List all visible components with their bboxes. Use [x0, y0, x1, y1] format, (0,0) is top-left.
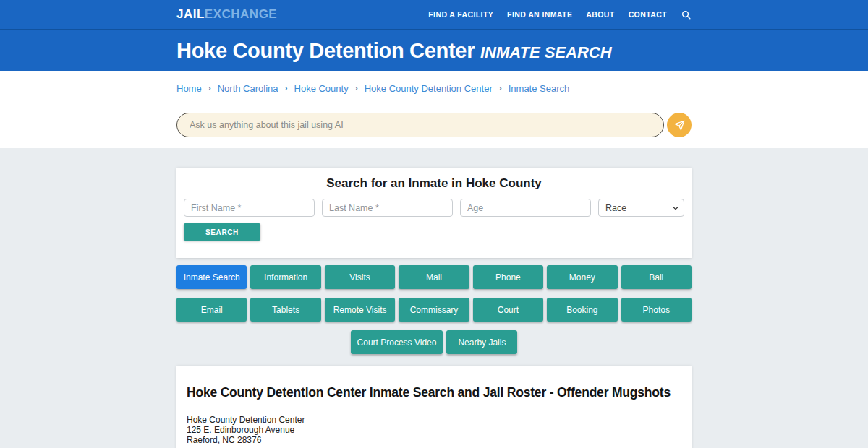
nav-item-find-a-facility[interactable]: FIND A FACILITY	[428, 10, 493, 19]
tab-remote-visits[interactable]: Remote Visits	[325, 298, 395, 322]
tab-information[interactable]: Information	[250, 265, 320, 289]
tab-visits[interactable]: Visits	[325, 265, 395, 289]
breadcrumb-county[interactable]: Hoke County	[294, 83, 349, 94]
tab-phone[interactable]: Phone	[473, 265, 543, 289]
content-heading: Hoke County Detention Center Inmate Sear…	[187, 385, 681, 400]
paper-plane-icon	[674, 120, 685, 131]
tab-tablets[interactable]: Tablets	[250, 298, 320, 322]
tab-money[interactable]: Money	[547, 265, 617, 289]
nav-menu: FIND A FACILITY FIND AN INMATE ABOUT CON…	[428, 9, 692, 20]
chevron-right-icon: ›	[285, 83, 288, 93]
page-header: Hoke County Detention Center INMATE SEAR…	[0, 29, 868, 71]
logo-exchange-text: EXCHANGE	[205, 7, 277, 21]
nav-item-find-an-inmate[interactable]: FIND AN INMATE	[507, 10, 572, 19]
breadcrumb-state[interactable]: North Carolina	[218, 83, 278, 94]
logo-jail-text: JAIL	[176, 7, 205, 21]
breadcrumb-ai-band: Home › North Carolina › Hoke County › Ho…	[0, 71, 868, 148]
search-submit-button[interactable]: SEARCH	[184, 223, 260, 241]
page-title-facility: Hoke County Detention Center	[176, 39, 475, 62]
facility-name: Hoke County Detention Center	[187, 415, 681, 425]
race-select-wrap: Race	[598, 199, 684, 217]
tab-inmate-search[interactable]: Inmate Search	[176, 265, 247, 289]
tab-nearby-jails[interactable]: Nearby Jails	[446, 330, 517, 354]
tab-photos[interactable]: Photos	[621, 298, 692, 322]
top-navbar: JAILEXCHANGE FIND A FACILITY FIND AN INM…	[0, 0, 868, 29]
jailexchange-logo[interactable]: JAILEXCHANGE	[176, 7, 277, 22]
breadcrumb-current: Inmate Search	[509, 83, 570, 94]
tab-booking[interactable]: Booking	[547, 298, 617, 322]
main-content: Search for an Inmate in Hoke County Race…	[0, 148, 868, 448]
nav-item-about[interactable]: ABOUT	[586, 10, 614, 19]
tab-email[interactable]: Email	[176, 298, 247, 322]
facility-info-card: Hoke County Detention Center Inmate Sear…	[176, 366, 692, 448]
first-name-field[interactable]	[184, 199, 315, 217]
search-icon[interactable]	[681, 9, 692, 20]
facility-address: 125 E. Edinborough Avenue	[187, 425, 681, 435]
chevron-right-icon: ›	[355, 83, 358, 93]
breadcrumb-facility[interactable]: Hoke County Detention Center	[365, 83, 493, 94]
race-select[interactable]: Race	[598, 199, 684, 217]
age-field[interactable]	[460, 199, 591, 217]
ai-question-input[interactable]	[176, 113, 664, 137]
quick-links-row3: Court Process Video Nearby Jails	[176, 330, 692, 354]
inmate-search-card: Search for an Inmate in Hoke County Race…	[176, 168, 692, 258]
nav-item-contact[interactable]: CONTACT	[629, 10, 667, 19]
tab-mail[interactable]: Mail	[399, 265, 469, 289]
tab-bail[interactable]: Bail	[621, 265, 692, 289]
inmate-search-title: Search for an Inmate in Hoke County	[184, 177, 684, 189]
facility-city-state-zip: Raeford, NC 28376	[187, 435, 681, 445]
page-title-subtitle: INMATE SEARCH	[480, 43, 612, 61]
last-name-field[interactable]	[322, 199, 453, 217]
chevron-right-icon: ›	[208, 83, 211, 93]
breadcrumb-home[interactable]: Home	[176, 83, 202, 94]
search-fields-row: Race	[184, 199, 684, 217]
tab-commissary[interactable]: Commissary	[399, 298, 469, 322]
page-title: Hoke County Detention Center INMATE SEAR…	[176, 39, 692, 63]
ai-ask-row	[176, 113, 692, 137]
tab-court[interactable]: Court	[473, 298, 543, 322]
tab-court-process-video[interactable]: Court Process Video	[351, 330, 443, 354]
quick-links-grid: Inmate Search Information Visits Mail Ph…	[176, 265, 692, 322]
breadcrumb: Home › North Carolina › Hoke County › Ho…	[176, 83, 692, 94]
chevron-right-icon: ›	[499, 83, 502, 93]
ai-send-button[interactable]	[667, 113, 692, 137]
